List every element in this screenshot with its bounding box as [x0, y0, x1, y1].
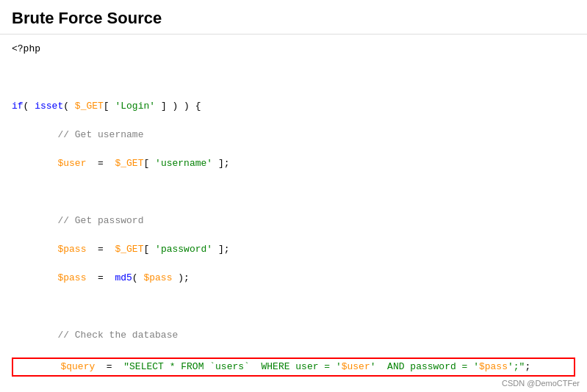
page-title: Brute Force Source — [0, 0, 587, 35]
line-8: // Check the database — [12, 328, 575, 343]
code-block: <?php if( isset( $_GET[ 'Login' ] ) ) { … — [12, 42, 575, 392]
footer-text: CSDN @DemoCTFer — [502, 379, 580, 388]
line-7: $pass = md5( $pass ); — [12, 271, 575, 286]
line-6: $pass = $_GET[ 'password' ]; — [12, 242, 575, 257]
line-3: // Get username — [12, 128, 575, 142]
line-4: $user = $_GET[ 'username' ]; — [12, 156, 575, 171]
code-container: <?php if( isset( $_GET[ 'Login' ] ) ) { … — [0, 35, 587, 392]
line-blank-2 — [12, 185, 575, 200]
highlighted-query-line: $query = "SELECT * FROM `users` WHERE us… — [12, 357, 575, 377]
line-blank-1 — [12, 70, 575, 85]
line-blank-3 — [12, 300, 575, 314]
line-2: if( isset( $_GET[ 'Login' ] ) ) { — [12, 99, 575, 114]
line-1: <?php — [12, 42, 575, 57]
line-5: // Get password — [12, 214, 575, 228]
